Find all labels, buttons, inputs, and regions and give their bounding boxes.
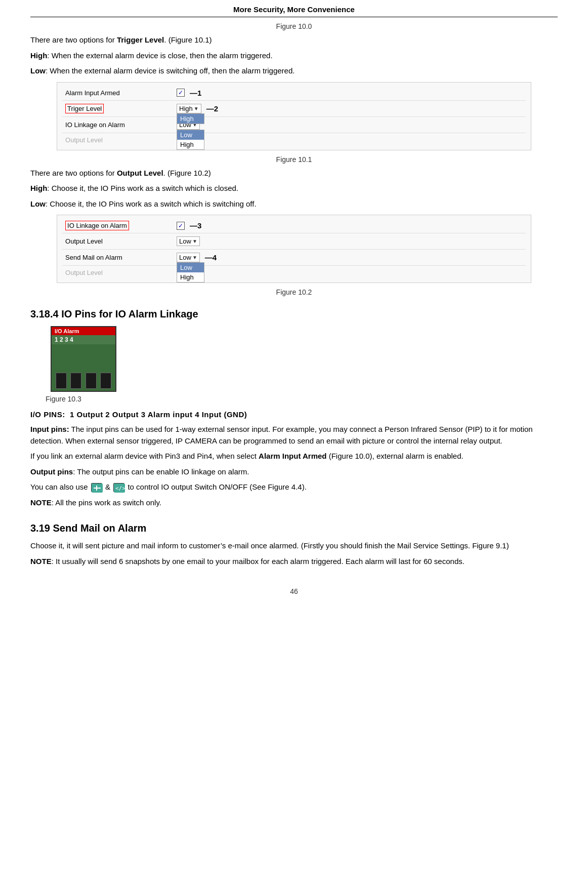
io-board xyxy=(52,344,115,391)
section-send-mail-wrapper: 3.19 Send Mail on Alarm xyxy=(30,522,558,534)
figure-1-caption: Figure 10.1 xyxy=(30,155,558,164)
link-external-alarm-para: If you link an external alarm device wit… xyxy=(30,451,558,462)
io-linkage-alarm-value-2: ✓ —3 xyxy=(174,220,526,231)
page-header: More Security, More Convenience xyxy=(30,0,558,17)
io-alarm-numbers: 1 2 3 4 xyxy=(52,335,76,344)
triger-level-select[interactable]: High ▼ High xyxy=(177,104,201,113)
dropdown-high-option[interactable]: High xyxy=(177,114,204,124)
output-level-intro: There are two options for Output Level. … xyxy=(30,168,558,179)
header-title: More Security, More Convenience xyxy=(233,5,355,14)
output-level-partial-label: Output Level xyxy=(62,135,174,145)
output-level-value: Low ▼ xyxy=(174,235,526,247)
high-desc: High: When the external alarm device is … xyxy=(30,50,558,62)
figure-3-caption: Figure 10.3 xyxy=(46,395,558,403)
low-option-2[interactable]: Low xyxy=(177,263,204,272)
checkbox-io-linkage[interactable]: ✓ xyxy=(177,222,185,230)
output-level-partial-value xyxy=(174,139,526,141)
triger-level-value: High ▼ High —2 xyxy=(174,103,526,114)
figure-2-caption: Figure 10.2 xyxy=(30,288,558,296)
icon-line: You can also use & </> to control IO out… xyxy=(30,481,558,493)
figure-2-container: IO Linkage on Alarm ✓ —3 Output Level Lo… xyxy=(57,215,531,283)
badge-4: —4 xyxy=(205,253,217,262)
figure2-row-1: IO Linkage on Alarm ✓ —3 xyxy=(62,218,526,233)
output-level-label: Output Level xyxy=(62,236,174,246)
note-pins: NOTE: All the pins work as switch only. xyxy=(30,497,558,509)
low-option[interactable]: Low xyxy=(177,130,204,140)
page-footer: 46 xyxy=(30,587,558,595)
page-number: 46 xyxy=(290,587,298,595)
section-io-heading: 3.18.4 IO Pins for IO Alarm Linkage xyxy=(30,308,558,320)
io-pins-line: I/O PINS: 1 Output 2 Output 3 Alarm inpu… xyxy=(30,410,558,419)
send-mail-dropdown[interactable]: Low ▼ Low High xyxy=(177,253,200,262)
output-low-desc: Low: Choose it, the IO Pins work as a sw… xyxy=(30,198,558,210)
io-pins-row xyxy=(52,371,115,391)
send-mail-note: NOTE: It usually will send 6 snapshots b… xyxy=(30,556,558,568)
figure1-row-4: Output Level xyxy=(62,133,526,147)
io-alarm-image: I/O Alarm 1 2 3 4 xyxy=(51,326,116,392)
pin-3 xyxy=(86,373,97,389)
triger-level-label: Triger Level xyxy=(62,104,174,113)
trigger-level-intro: There are two options for Trigger Level.… xyxy=(30,34,558,46)
send-mail-alarm-value: Low ▼ Low High —4 xyxy=(174,252,526,263)
figure2-row-2: Output Level Low ▼ xyxy=(62,233,526,250)
section-io-heading-wrapper: 3.18.4 IO Pins for IO Alarm Linkage xyxy=(30,308,558,320)
partial-label: Output Level xyxy=(62,268,174,277)
high-option[interactable]: High xyxy=(177,140,204,149)
io-linkage-alarm-value: Low ▼ Low High xyxy=(174,119,526,131)
pin-1 xyxy=(56,373,67,389)
pin-4 xyxy=(100,373,111,389)
figure2-row-3: Send Mail on Alarm Low ▼ Low High —4 xyxy=(62,250,526,266)
alarm-input-armed-value: ✓ —1 xyxy=(174,88,526,98)
output-high-desc: High: Choose it, the IO Pins work as a s… xyxy=(30,183,558,194)
checkbox-armed[interactable]: ✓ xyxy=(177,89,185,97)
pin-2 xyxy=(70,373,81,389)
io-alarm-label: I/O Alarm xyxy=(52,327,115,335)
output-level-select[interactable]: Low ▼ xyxy=(177,236,200,246)
io-image-wrapper: I/O Alarm 1 2 3 4 Figure 10.3 xyxy=(40,326,558,403)
low-high-dropdown: Low High xyxy=(177,130,204,150)
figure2-row-4: Output Level xyxy=(62,266,526,279)
figure1-row-3: IO Linkage on Alarm Low ▼ Low High xyxy=(62,117,526,133)
figure1-row-1: Alarm Input Armed ✓ —1 xyxy=(62,86,526,101)
high-option-2[interactable]: High xyxy=(177,272,204,282)
figure-0-caption: Figure 10.0 xyxy=(30,22,558,30)
alarm-input-armed-label: Alarm Input Armed xyxy=(62,88,174,98)
badge-2: —2 xyxy=(206,104,218,113)
send-mail-drop-list: Low High xyxy=(177,262,204,283)
input-pins-para: Input pins: The input pins can be used f… xyxy=(30,424,558,447)
figure-1-container: Alarm Input Armed ✓ —1 Triger Level High… xyxy=(57,82,531,150)
send-mail-alarm-label: Send Mail on Alarm xyxy=(62,253,174,262)
io-linkage-alarm-label: IO Linkage on Alarm xyxy=(62,120,174,130)
low-desc: Low: When the external alarm device is s… xyxy=(30,65,558,77)
io-linkage-alarm-label-2: IO Linkage on Alarm xyxy=(62,221,174,230)
badge-3: —3 xyxy=(190,221,201,230)
link-icon xyxy=(91,483,102,492)
badge-1: —1 xyxy=(190,89,201,97)
code-icon: </> xyxy=(113,483,124,492)
figure1-row-2: Triger Level High ▼ High —2 xyxy=(62,101,526,117)
partial-value xyxy=(174,272,526,274)
send-mail-para: Choose it, it will sent picture and mail… xyxy=(30,540,558,552)
svg-text:</>: </> xyxy=(115,485,125,492)
section-send-mail-heading: 3.19 Send Mail on Alarm xyxy=(30,522,558,534)
high-dropdown-list: High xyxy=(177,113,204,124)
output-pins-para: Output pins: The output pins can be enab… xyxy=(30,466,558,478)
